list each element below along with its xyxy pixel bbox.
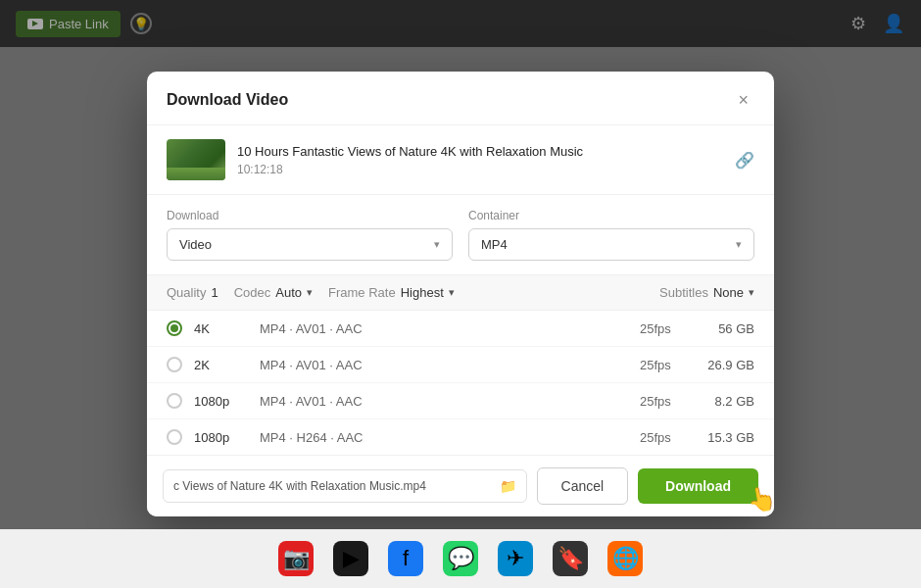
quality-fps: 25fps	[640, 321, 689, 336]
video-meta: 10 Hours Fantastic Views of Nature 4K wi…	[237, 143, 723, 176]
quality-size: 8.2 GB	[701, 394, 754, 409]
modal-title: Download Video	[167, 91, 288, 109]
chevron-down-icon: ▾	[434, 238, 440, 251]
framerate-filter-value: Highest	[401, 285, 444, 300]
download-type-select[interactable]: Video ▾	[167, 228, 453, 261]
framerate-filter[interactable]: Frame Rate Highest ▾	[328, 285, 455, 300]
subtitles-filter-value: None	[713, 285, 744, 300]
quality-item[interactable]: 1080p MP4 · H264 · AAC 25fps 15.3 GB	[147, 419, 774, 455]
container-label: Container	[468, 209, 754, 222]
codec-filter-label: Codec	[234, 285, 271, 300]
video-duration: 10:12:18	[237, 163, 723, 176]
subtitles-filter[interactable]: Subtitles None ▾	[659, 285, 754, 300]
quality-name: 2K	[194, 358, 248, 372]
chevron-down-icon-2: ▾	[736, 238, 742, 251]
quality-name: 1080p	[194, 394, 248, 409]
quality-filter-label: Quality	[167, 285, 206, 300]
options-row: Download Video ▾ Container MP4 ▾	[147, 195, 774, 275]
quality-size: 26.9 GB	[701, 358, 754, 372]
quality-filter-value: 1	[211, 285, 218, 300]
quality-name: 4K	[194, 321, 248, 336]
bottom-icon-2: ▶	[333, 541, 368, 576]
file-path: c Views of Nature 4K with Relaxation Mus…	[163, 469, 527, 503]
download-type-value: Video	[179, 237, 212, 252]
bottom-icon-6: 🔖	[553, 541, 588, 576]
bottom-icon-4: 💬	[443, 541, 478, 576]
container-value: MP4	[481, 237, 508, 252]
modal-header: Download Video ×	[147, 72, 774, 125]
download-label: Download	[167, 209, 453, 222]
quality-item[interactable]: 2K MP4 · AV01 · AAC 25fps 26.9 GB	[147, 347, 774, 383]
codec-filter-value: Auto	[275, 285, 302, 300]
download-modal: Download Video × 10 Hours Fantastic View…	[147, 72, 774, 516]
quality-filter: Quality 1	[167, 285, 218, 300]
quality-item[interactable]: 1080p MP4 · AV01 · AAC 25fps 8.2 GB	[147, 383, 774, 419]
download-type-group: Download Video ▾	[167, 209, 453, 261]
folder-icon[interactable]: 📁	[500, 478, 516, 494]
quality-size: 15.3 GB	[701, 430, 754, 445]
cursor-hand-icon: 👆	[745, 484, 774, 516]
cancel-button[interactable]: Cancel	[537, 467, 629, 505]
bottom-icon-5: ✈	[498, 541, 533, 576]
radio-button[interactable]	[167, 320, 182, 336]
quality-list: 4K MP4 · AV01 · AAC 25fps 56 GB 2K MP4 ·…	[147, 311, 774, 455]
bottom-icon-1: 📷	[278, 541, 314, 576]
video-title: 10 Hours Fantastic Views of Nature 4K wi…	[237, 143, 723, 161]
radio-button[interactable]	[167, 357, 182, 372]
bottom-icon-7: 🌐	[607, 541, 643, 576]
link-icon[interactable]: 🔗	[735, 151, 754, 170]
codec-dropdown-icon: ▾	[307, 286, 313, 299]
radio-button[interactable]	[167, 393, 182, 409]
codec-filter[interactable]: Codec Auto ▾	[234, 285, 313, 300]
framerate-filter-label: Frame Rate	[328, 285, 396, 300]
bottom-bar: 📷 ▶ f 💬 ✈ 🔖 🌐	[0, 529, 921, 588]
bottom-icon-3: f	[388, 541, 423, 576]
radio-button[interactable]	[167, 429, 182, 445]
subtitles-filter-label: Subtitles	[659, 285, 708, 300]
quality-fps: 25fps	[640, 430, 689, 445]
quality-codec: MP4 · AV01 · AAC	[260, 394, 628, 409]
container-select[interactable]: MP4 ▾	[468, 228, 754, 261]
quality-fps: 25fps	[640, 358, 689, 372]
video-thumbnail	[167, 139, 225, 180]
quality-codec: MP4 · H264 · AAC	[260, 430, 628, 445]
modal-footer: c Views of Nature 4K with Relaxation Mus…	[147, 455, 774, 516]
subtitles-dropdown-icon: ▾	[749, 286, 754, 299]
quality-codec: MP4 · AV01 · AAC	[260, 321, 628, 336]
filters-row: Quality 1 Codec Auto ▾ Frame Rate Highes…	[147, 275, 774, 311]
quality-codec: MP4 · AV01 · AAC	[260, 358, 628, 372]
modal-overlay: Download Video × 10 Hours Fantastic View…	[0, 0, 921, 588]
container-group: Container MP4 ▾	[468, 209, 754, 261]
quality-name: 1080p	[194, 430, 248, 445]
close-button[interactable]: ×	[732, 89, 754, 111]
framerate-dropdown-icon: ▾	[449, 286, 455, 299]
video-info: 10 Hours Fantastic Views of Nature 4K wi…	[147, 125, 774, 195]
quality-fps: 25fps	[640, 394, 689, 409]
download-btn-label: Download	[665, 478, 731, 494]
download-button[interactable]: Download 👆	[638, 468, 758, 504]
quality-size: 56 GB	[701, 321, 754, 336]
file-path-text: c Views of Nature 4K with Relaxation Mus…	[173, 479, 426, 493]
quality-item[interactable]: 4K MP4 · AV01 · AAC 25fps 56 GB	[147, 311, 774, 347]
